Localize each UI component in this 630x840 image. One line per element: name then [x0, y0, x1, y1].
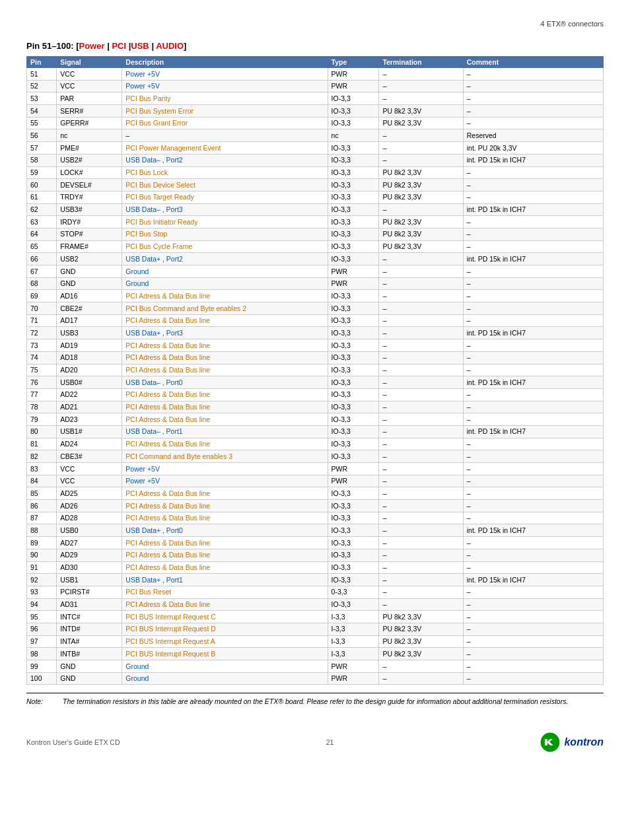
pci-label: PCI [112, 41, 126, 51]
cell-signal: GPERR# [57, 117, 122, 129]
cell-description: PCI Adress & Data Bus line [122, 500, 328, 512]
cell-pin: 89 [27, 537, 57, 549]
cell-signal: AD31 [57, 598, 122, 611]
cell-description: USB Data– , Port0 [122, 376, 328, 389]
cell-description: – [122, 129, 328, 142]
cell-pin: 54 [27, 105, 57, 118]
cell-signal: SERR# [57, 105, 122, 118]
cell-description: Power +5V [122, 475, 328, 487]
cell-comment: – [463, 92, 603, 105]
cell-comment: – [463, 463, 603, 475]
cell-description: USB Data– , Port2 [122, 154, 328, 166]
cell-comment: int. PD 15k in ICH7 [463, 524, 603, 537]
cell-pin: 64 [27, 228, 57, 240]
table-row: 91AD30PCI Adress & Data Bus lineIO-3,3–– [27, 561, 604, 574]
cell-pin: 82 [27, 450, 57, 463]
table-row: 61TRDY#PCI Bus Target ReadyIO-3,3PU 8k2 … [27, 191, 604, 203]
page-header: 4 ETX® connectors [26, 20, 604, 28]
cell-type: IO-3,3 [328, 401, 379, 413]
cell-pin: 85 [27, 487, 57, 500]
cell-pin: 99 [27, 660, 57, 673]
cell-comment: – [463, 611, 603, 623]
cell-signal: VCC [57, 68, 122, 81]
cell-description: PCI Adress & Data Bus line [122, 401, 328, 413]
cell-termination: – [379, 351, 463, 364]
cell-pin: 95 [27, 611, 57, 623]
cell-pin: 81 [27, 438, 57, 450]
cell-type: IO-3,3 [328, 438, 379, 450]
cell-description: PCI Adress & Data Bus line [122, 487, 328, 500]
cell-comment: – [463, 672, 603, 685]
section-title-suffix: ] [184, 41, 186, 51]
cell-termination: – [379, 438, 463, 450]
cell-type: IO-3,3 [328, 154, 379, 166]
cell-pin: 58 [27, 154, 57, 166]
cell-termination: PU 8k2 3,3V [379, 635, 463, 648]
cell-comment: – [463, 549, 603, 561]
cell-type: I-3,3 [328, 635, 379, 648]
cell-comment: – [463, 228, 603, 240]
cell-comment: – [463, 598, 603, 611]
footer-left: Kontron User's Guide ETX CD [26, 738, 120, 746]
cell-signal: USB0# [57, 376, 122, 389]
cell-type: IO-3,3 [328, 450, 379, 463]
cell-comment: – [463, 191, 603, 203]
cell-description: PCI Adress & Data Bus line [122, 290, 328, 302]
cell-type: IO-3,3 [328, 228, 379, 240]
cell-type: IO-3,3 [328, 512, 379, 524]
pin-table: Pin Signal Description Type Termination … [26, 56, 604, 685]
cell-type: IO-3,3 [328, 290, 379, 302]
cell-type: IO-3,3 [328, 413, 379, 426]
cell-pin: 51 [27, 68, 57, 81]
footer-page-number: 21 [326, 738, 334, 746]
cell-description: PCI Bus Cycle Frame [122, 240, 328, 253]
cell-description: PCI Bus Reset [122, 586, 328, 598]
cell-termination: – [379, 92, 463, 105]
cell-type: IO-3,3 [328, 376, 379, 389]
cell-signal: USB2# [57, 154, 122, 166]
cell-pin: 97 [27, 635, 57, 648]
cell-type: IO-3,3 [328, 351, 379, 364]
cell-termination: – [379, 413, 463, 426]
cell-comment: – [463, 586, 603, 598]
cell-type: nc [328, 129, 379, 142]
note-text: The termination resistors in this table … [63, 697, 568, 705]
footer: Kontron User's Guide ETX CD 21 kontron [26, 732, 604, 753]
power-label: Power [79, 41, 105, 51]
cell-termination: – [379, 549, 463, 561]
cell-termination: PU 8k2 3,3V [379, 166, 463, 179]
table-row: 81AD24PCI Adress & Data Bus lineIO-3,3–– [27, 438, 604, 450]
cell-termination: PU 8k2 3,3V [379, 228, 463, 240]
table-row: 82CBE3#PCI Command and Byte enables 3IO-… [27, 450, 604, 463]
cell-description: PCI Adress & Data Bus line [122, 364, 328, 376]
cell-description: PCI Bus Lock [122, 166, 328, 179]
cell-type: I-3,3 [328, 623, 379, 635]
cell-description: PCI Bus System Error [122, 105, 328, 118]
cell-signal: USB3# [57, 203, 122, 216]
cell-termination: – [379, 660, 463, 673]
cell-description: PCI Adress & Data Bus line [122, 549, 328, 561]
cell-type: IO-3,3 [328, 339, 379, 352]
cell-termination: – [379, 277, 463, 290]
cell-description: PCI Adress & Data Bus line [122, 413, 328, 426]
table-row: 96INTD#PCI BUS Interrupt Request DI-3,3P… [27, 623, 604, 635]
cell-termination: – [379, 524, 463, 537]
cell-pin: 79 [27, 413, 57, 426]
table-row: 55GPERR#PCI Bus Grant ErrorIO-3,3PU 8k2 … [27, 117, 604, 129]
cell-termination: – [379, 339, 463, 352]
table-row: 86AD26PCI Adress & Data Bus lineIO-3,3–– [27, 500, 604, 512]
cell-type: IO-3,3 [328, 179, 379, 192]
cell-termination: PU 8k2 3,3V [379, 611, 463, 623]
cell-comment: – [463, 500, 603, 512]
cell-signal: AD19 [57, 339, 122, 352]
table-row: 75AD20PCI Adress & Data Bus lineIO-3,3–– [27, 364, 604, 376]
cell-termination: – [379, 376, 463, 389]
cell-type: IO-3,3 [328, 388, 379, 401]
table-row: 97INTA#PCI BUS Interrupt Request AI-3,3P… [27, 635, 604, 648]
cell-termination: – [379, 80, 463, 92]
cell-termination: – [379, 561, 463, 574]
cell-type: IO-3,3 [328, 253, 379, 265]
cell-type: IO-3,3 [328, 425, 379, 438]
cell-pin: 59 [27, 166, 57, 179]
table-row: 54SERR#PCI Bus System ErrorIO-3,3PU 8k2 … [27, 105, 604, 118]
